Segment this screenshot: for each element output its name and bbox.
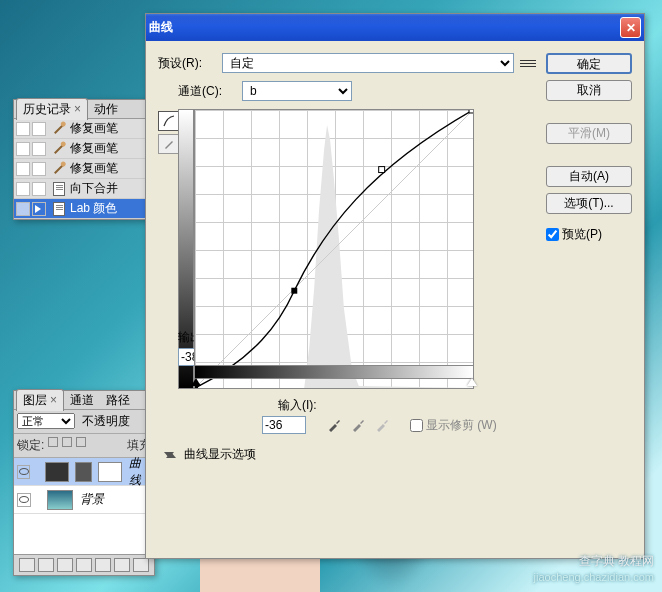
link-icon[interactable] — [19, 558, 35, 572]
cancel-button[interactable]: 取消 — [546, 80, 632, 101]
history-item-label: 向下合并 — [70, 180, 118, 197]
black-point-slider[interactable] — [191, 378, 201, 386]
adjustment-icon — [45, 462, 69, 482]
gray-eyedropper-icon[interactable] — [350, 417, 366, 433]
layers-footer — [14, 554, 154, 575]
svg-line-0 — [195, 110, 473, 388]
input-label: 输入(I): — [278, 397, 317, 414]
tab-label: 历史记录 — [23, 102, 71, 116]
pencil-tool-button[interactable] — [158, 134, 180, 154]
curve-tool-button[interactable] — [158, 111, 180, 131]
document-icon — [51, 201, 67, 217]
opacity-label: 不透明度 — [82, 414, 130, 428]
panel-tabs: 图层× 通道 路径 — [14, 391, 154, 410]
blend-mode-select[interactable]: 正常 — [17, 413, 75, 429]
preset-select[interactable]: 自定 — [222, 53, 514, 73]
curves-chart[interactable] — [194, 109, 474, 389]
svg-rect-2 — [291, 288, 297, 294]
document-icon — [51, 181, 67, 197]
preset-label: 预设(R): — [158, 55, 222, 72]
smooth-button[interactable]: 平滑(M) — [546, 123, 632, 144]
svg-rect-4 — [469, 110, 473, 113]
show-clipping-checkbox[interactable]: 显示修剪 (W) — [410, 417, 497, 434]
layer-item[interactable]: 曲线 — [14, 458, 154, 486]
preset-menu-icon[interactable] — [520, 56, 536, 70]
trash-icon[interactable] — [133, 558, 149, 572]
history-item-label: 修复画笔 — [70, 140, 118, 157]
options-button[interactable]: 选项(T)... — [546, 193, 632, 214]
channel-label: 通道(C): — [178, 83, 242, 100]
auto-button[interactable]: 自动(A) — [546, 166, 632, 187]
titlebar[interactable]: 曲线 ✕ — [146, 14, 644, 41]
lock-pixels-icon[interactable] — [62, 437, 72, 447]
preview-checkbox[interactable]: 预览(P) — [546, 226, 632, 243]
visibility-icon[interactable] — [17, 493, 31, 507]
healing-brush-icon — [51, 141, 67, 157]
history-list: 修复画笔 修复画笔 修复画笔 向下合并 Lab 颜色 — [14, 119, 154, 219]
fx-icon[interactable] — [38, 558, 54, 572]
layers-panel: 图层× 通道 路径 正常 不透明度 锁定: 填充 曲线 背景 — [13, 390, 155, 576]
history-item[interactable]: 修复画笔 — [14, 119, 154, 139]
watermark: 查字典 教程网 jiaocheng.chazidian.com — [534, 554, 654, 584]
tab-layers[interactable]: 图层× — [16, 389, 64, 411]
tab-actions[interactable]: 动作 — [88, 99, 124, 120]
curves-dialog: 曲线 ✕ 预设(R): 自定 通道(C): b — [145, 13, 645, 559]
layer-list: 曲线 背景 — [14, 458, 154, 554]
mask-thumb — [98, 462, 122, 482]
black-eyedropper-icon[interactable] — [326, 417, 342, 433]
history-item-label: 修复画笔 — [70, 120, 118, 137]
healing-brush-icon — [51, 161, 67, 177]
folder-icon[interactable] — [95, 558, 111, 572]
white-point-slider[interactable] — [467, 378, 477, 386]
history-item-label: 修复画笔 — [70, 160, 118, 177]
blend-mode-row: 正常 不透明度 — [14, 410, 154, 434]
dialog-title: 曲线 — [149, 19, 173, 36]
close-icon[interactable]: × — [50, 393, 57, 407]
svg-rect-3 — [379, 167, 385, 173]
layer-thumb — [47, 490, 73, 510]
new-layer-icon[interactable] — [114, 558, 130, 572]
ok-button[interactable]: 确定 — [546, 53, 632, 74]
lock-transparency-icon[interactable] — [48, 437, 58, 447]
healing-brush-icon — [51, 121, 67, 137]
layer-item[interactable]: 背景 — [14, 486, 154, 514]
tab-history[interactable]: 历史记录× — [16, 98, 88, 120]
adjustment-icon[interactable] — [76, 558, 92, 572]
history-item[interactable]: Lab 颜色 — [14, 199, 154, 219]
lock-position-icon[interactable] — [76, 437, 86, 447]
white-eyedropper-icon[interactable] — [374, 417, 390, 433]
tab-channels[interactable]: 通道 — [64, 390, 100, 411]
history-panel: 历史记录× 动作 修复画笔 修复画笔 修复画笔 向下合并 Lab 颜色 — [13, 99, 155, 220]
display-options-toggle[interactable]: 曲线显示选项 — [164, 446, 536, 463]
history-item[interactable]: 修复画笔 — [14, 159, 154, 179]
channel-select[interactable]: b — [242, 81, 352, 101]
lock-label: 锁定: — [17, 437, 44, 454]
history-item-label: Lab 颜色 — [70, 200, 117, 217]
layer-name: 背景 — [80, 491, 104, 508]
history-item[interactable]: 修复画笔 — [14, 139, 154, 159]
panel-tabs: 历史记录× 动作 — [14, 100, 154, 119]
history-item[interactable]: 向下合并 — [14, 179, 154, 199]
input-gradient[interactable] — [194, 365, 474, 379]
close-button[interactable]: ✕ — [620, 17, 641, 38]
mask-icon[interactable] — [57, 558, 73, 572]
tab-paths[interactable]: 路径 — [100, 390, 136, 411]
layer-thumb — [75, 462, 92, 482]
visibility-icon[interactable] — [17, 465, 30, 479]
close-icon[interactable]: × — [74, 102, 81, 116]
input-field[interactable] — [262, 416, 306, 434]
